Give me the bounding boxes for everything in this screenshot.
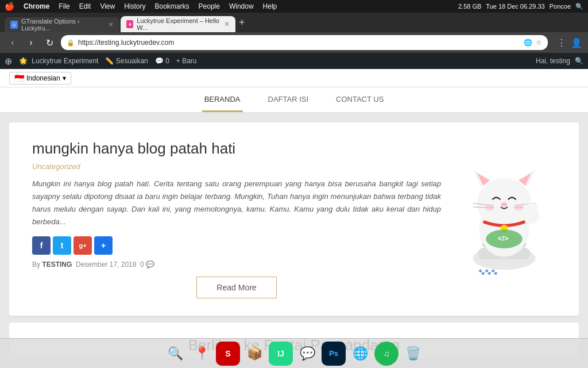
- dock-messages[interactable]: 💬: [295, 342, 319, 366]
- nav-daftar-isi[interactable]: DAFTAR ISI: [266, 88, 311, 112]
- wp-site-name: Luckytrue Experiment: [32, 57, 98, 65]
- post-1-meta: By TESTING Desember 17, 2018 0 💬: [32, 260, 441, 269]
- wp-adminbar: ⊕ 🌟 Luckytrue Experiment ✏️ Sesuaikan 💬 …: [0, 53, 588, 69]
- reload-button[interactable]: ↻: [42, 37, 56, 48]
- lock-icon: 🔒: [67, 39, 75, 47]
- tab-close-1[interactable]: ✕: [108, 21, 114, 29]
- tab-favicon-2: ★: [126, 20, 133, 28]
- svg-point-9: [501, 202, 508, 206]
- tab-label-1: GTranslate Options ‹ Luckytru...: [21, 18, 105, 32]
- memory-usage: 2.58 GB: [458, 3, 481, 10]
- flag-icon: 🇮🇩: [14, 74, 24, 83]
- language-bar: 🇮🇩 Indonesian ▾: [0, 69, 588, 87]
- menu-chrome[interactable]: Chrome: [24, 2, 49, 10]
- share-more[interactable]: +: [94, 236, 113, 255]
- wp-new[interactable]: + Baru: [176, 57, 197, 65]
- dock-box[interactable]: 📦: [242, 342, 266, 366]
- nav-contact-us[interactable]: CONTACT US: [334, 88, 386, 112]
- post-1-title: mungkin hanya blog patah hati: [32, 140, 441, 158]
- main-content: mungkin hanya blog patah hati Uncategori…: [0, 113, 588, 368]
- tab-label-2: Luckytrue Experiment – Hello W...: [137, 17, 220, 31]
- blog-post-1: mungkin hanya blog patah hati Uncategori…: [9, 122, 579, 316]
- tab-favicon-1: G: [10, 21, 18, 29]
- menu-view[interactable]: View: [100, 2, 115, 10]
- site-navigation: BERANDA DAFTAR ISI CONTACT US: [0, 87, 588, 113]
- chrome-tabbar: G GTranslate Options ‹ Luckytru... ✕ ★ L…: [0, 13, 588, 32]
- wp-greeting: Hai, testing: [536, 57, 570, 65]
- extensions-icon[interactable]: ⋮: [557, 37, 566, 48]
- url-text: https://testing.luckytruedev.com: [78, 39, 520, 47]
- dock-photoshop[interactable]: Ps: [322, 342, 346, 366]
- tab-luckytrue[interactable]: ★ Luckytrue Experiment – Hello W... ✕: [121, 16, 235, 32]
- wp-search-icon[interactable]: 🔍: [575, 57, 583, 65]
- forward-button[interactable]: ›: [24, 37, 38, 48]
- tab-gtranslate[interactable]: G GTranslate Options ‹ Luckytru... ✕: [5, 17, 119, 32]
- dock-finder[interactable]: 🔍: [163, 342, 187, 366]
- wp-customize[interactable]: ✏️ Sesuaikan: [105, 57, 148, 65]
- svg-text:</>: </>: [498, 234, 508, 243]
- bookmark-icon[interactable]: ☆: [536, 39, 542, 47]
- user-name: Poncoe: [550, 3, 571, 10]
- language-name: Indonesian: [26, 74, 60, 82]
- search-icon[interactable]: 🔍: [575, 3, 583, 10]
- mac-menubar: 🍎 Chrome File Edit View History Bookmark…: [0, 0, 588, 13]
- nav-beranda[interactable]: BERANDA: [202, 88, 243, 112]
- post-1-category[interactable]: Uncategorized: [32, 162, 441, 171]
- clock: Tue 18 Dec 06.29.33: [486, 3, 544, 10]
- dock-intellij[interactable]: IJ: [269, 342, 293, 366]
- chevron-down-icon: ▾: [63, 74, 66, 82]
- translate-icon[interactable]: 🌐: [524, 39, 532, 47]
- menu-file[interactable]: File: [59, 2, 69, 10]
- customize-icon: ✏️: [105, 57, 115, 65]
- post-1-comments: 0 💬: [140, 260, 154, 269]
- post-1-excerpt: Mungkin ini hanya blog patah hati. Cerit…: [32, 178, 441, 228]
- wp-site-link[interactable]: 🌟 Luckytrue Experiment: [19, 57, 98, 65]
- post-1-author: TESTING: [42, 260, 72, 269]
- wp-comments[interactable]: 💬 0: [155, 57, 169, 65]
- address-bar[interactable]: 🔒 https://testing.luckytruedev.com 🌐 ☆: [61, 35, 548, 50]
- cat-svg: </> 🐾🐾🐾: [458, 162, 550, 277]
- dock-sass[interactable]: S: [216, 342, 240, 366]
- menu-people[interactable]: People: [199, 2, 220, 10]
- dock-maps[interactable]: 📍: [189, 342, 214, 366]
- menu-history[interactable]: History: [124, 2, 145, 10]
- menu-help[interactable]: Help: [263, 2, 277, 10]
- blog-post-1-text: mungkin hanya blog patah hati Uncategori…: [32, 140, 441, 298]
- profile-icon[interactable]: 👤: [571, 37, 582, 48]
- wp-logo[interactable]: ⊕: [5, 56, 12, 67]
- svg-point-18: [532, 205, 539, 210]
- dock-spotify[interactable]: ♫: [374, 342, 399, 366]
- chrome-right-icons: ⋮ 👤: [557, 37, 582, 48]
- dock-chrome[interactable]: 🌐: [348, 342, 372, 366]
- menu-bookmarks[interactable]: Bookmarks: [155, 2, 189, 10]
- apple-menu[interactable]: 🍎: [5, 2, 14, 11]
- svg-text:🐾🐾🐾: 🐾🐾🐾: [478, 269, 498, 276]
- menu-edit[interactable]: Edit: [79, 2, 91, 10]
- address-icons: 🌐 ☆: [524, 39, 542, 47]
- share-buttons: f t g+ +: [32, 236, 441, 255]
- share-google[interactable]: g+: [74, 236, 92, 255]
- cat-illustration-area: </> 🐾🐾🐾: [452, 140, 556, 298]
- new-tab-button[interactable]: +: [239, 17, 245, 29]
- tab-close-2[interactable]: ✕: [224, 20, 230, 28]
- mac-dock: 🔍 📍 S 📦 IJ 💬 Ps 🌐 ♫ 🗑️: [0, 338, 588, 368]
- svg-point-22: [485, 205, 494, 211]
- language-selector[interactable]: 🇮🇩 Indonesian ▾: [9, 72, 71, 85]
- comments-icon: 💬: [155, 57, 165, 65]
- chrome-addressbar: ‹ › ↻ 🔒 https://testing.luckytruedev.com…: [0, 32, 588, 53]
- menu-window[interactable]: Window: [229, 2, 254, 10]
- post-1-date: Desember 17, 2018: [76, 260, 136, 269]
- wp-site-icon: 🌟: [19, 57, 28, 65]
- back-button[interactable]: ‹: [6, 37, 20, 48]
- read-more-button[interactable]: Read More: [196, 277, 277, 298]
- share-twitter[interactable]: t: [53, 236, 71, 255]
- content-area: mungkin hanya blog patah hati Uncategori…: [9, 122, 579, 359]
- dock-trash[interactable]: 🗑️: [401, 342, 425, 366]
- svg-point-23: [514, 205, 523, 211]
- new-icon: +: [176, 57, 182, 65]
- share-facebook[interactable]: f: [32, 236, 51, 255]
